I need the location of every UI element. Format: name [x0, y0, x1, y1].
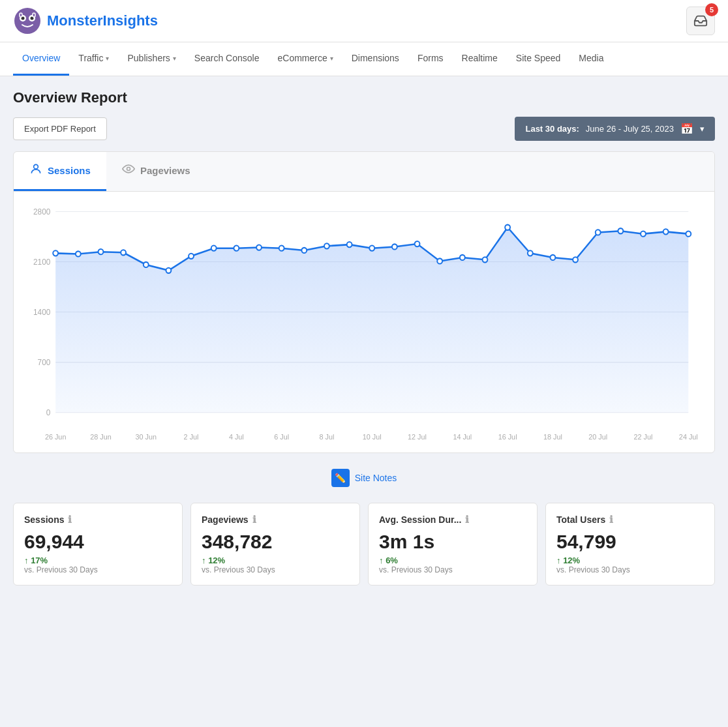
- chevron-down-icon: ▾: [173, 55, 176, 62]
- stat-vs-total-users: vs. Previous 30 Days: [556, 565, 704, 574]
- svg-rect-5: [20, 13, 22, 17]
- stat-label-sessions: Sessions ℹ: [24, 514, 172, 526]
- person-icon: [29, 162, 42, 179]
- stat-card-sessions: Sessions ℹ 69,944 17% vs. Previous 30 Da…: [13, 503, 183, 586]
- toolbar: Export PDF Report Last 30 days: June 26 …: [13, 117, 715, 141]
- svg-text:4 Jul: 4 Jul: [229, 433, 244, 441]
- stat-change-sessions: 17%: [24, 556, 172, 565]
- stat-change-avg-session: 6%: [379, 556, 526, 565]
- svg-text:12 Jul: 12 Jul: [408, 433, 427, 441]
- stat-label-avg-session: Avg. Session Dur... ℹ: [379, 514, 526, 526]
- nav-item-media[interactable]: Media: [569, 42, 613, 76]
- info-icon-sessions[interactable]: ℹ: [68, 514, 72, 526]
- nav-item-site-speed[interactable]: Site Speed: [507, 42, 570, 76]
- svg-text:0: 0: [46, 408, 51, 417]
- svg-point-26: [211, 246, 217, 251]
- svg-text:700: 700: [38, 358, 51, 367]
- chevron-down-icon: ▾: [700, 124, 705, 134]
- svg-point-25: [189, 254, 194, 259]
- svg-text:18 Jul: 18 Jul: [543, 433, 562, 441]
- svg-point-23: [144, 262, 149, 267]
- stat-card-avg-session: Avg. Session Dur... ℹ 3m 1s 6% vs. Previ…: [368, 503, 538, 586]
- sessions-chart: 0700140021002800 26 Jun28 Jun30 Jun2 Jul…: [20, 198, 701, 446]
- svg-point-0: [14, 8, 40, 34]
- svg-point-33: [369, 246, 374, 251]
- nav-item-dimensions[interactable]: Dimensions: [342, 42, 408, 76]
- svg-point-44: [618, 228, 623, 233]
- stat-value-pageviews: 348,782: [202, 531, 349, 553]
- svg-point-35: [415, 241, 420, 246]
- nav-item-ecommerce[interactable]: eCommerce ▾: [268, 42, 342, 76]
- info-icon-total-users[interactable]: ℹ: [609, 514, 613, 526]
- nav-item-traffic[interactable]: Traffic ▾: [69, 42, 118, 76]
- logo-accent: Insights: [103, 12, 158, 29]
- stat-change-pageviews: 12%: [202, 556, 349, 565]
- svg-point-30: [301, 248, 307, 253]
- svg-text:28 Jun: 28 Jun: [90, 433, 111, 441]
- svg-point-37: [460, 255, 465, 260]
- svg-point-40: [528, 250, 533, 256]
- stat-card-pageviews: Pageviews ℹ 348,782 12% vs. Previous 30 …: [190, 503, 360, 586]
- date-range-label: Last 30 days:: [525, 124, 579, 134]
- nav-item-overview[interactable]: Overview: [13, 42, 69, 76]
- svg-text:1400: 1400: [33, 307, 51, 316]
- chevron-down-icon: ▾: [106, 55, 109, 62]
- chart-area: 0700140021002800 26 Jun28 Jun30 Jun2 Jul…: [14, 192, 714, 453]
- nav-item-realtime[interactable]: Realtime: [453, 42, 507, 76]
- main-content: Overview Report Export PDF Report Last 3…: [0, 76, 728, 599]
- stat-label-pageviews: Pageviews ℹ: [202, 514, 349, 526]
- export-pdf-button[interactable]: Export PDF Report: [13, 117, 107, 140]
- stat-vs-pageviews: vs. Previous 30 Days: [202, 565, 349, 574]
- svg-text:2100: 2100: [33, 257, 51, 266]
- stat-label-total-users: Total Users ℹ: [556, 514, 704, 526]
- nav-item-forms[interactable]: Forms: [408, 42, 453, 76]
- svg-point-38: [483, 257, 488, 262]
- calendar-icon: 📅: [680, 123, 693, 135]
- site-notes-area: ✏️ Site Notes: [13, 464, 715, 492]
- svg-point-42: [573, 257, 578, 262]
- notification-button[interactable]: 5: [686, 7, 715, 35]
- page-title: Overview Report: [13, 89, 715, 106]
- svg-point-36: [437, 258, 442, 263]
- svg-point-20: [76, 251, 81, 256]
- svg-point-39: [505, 225, 510, 230]
- header-right: 5: [686, 7, 715, 35]
- tab-sessions[interactable]: Sessions: [14, 152, 106, 191]
- svg-point-29: [279, 246, 284, 251]
- svg-point-24: [166, 268, 171, 273]
- stats-row: Sessions ℹ 69,944 17% vs. Previous 30 Da…: [13, 503, 715, 586]
- svg-text:8 Jul: 8 Jul: [320, 433, 335, 441]
- svg-point-8: [127, 168, 130, 171]
- svg-point-27: [234, 246, 239, 251]
- svg-text:30 Jun: 30 Jun: [136, 433, 157, 441]
- date-range-button[interactable]: Last 30 days: June 26 - July 25, 2023 📅 …: [515, 117, 715, 141]
- svg-text:24 Jul: 24 Jul: [679, 433, 698, 441]
- info-icon-pageviews[interactable]: ℹ: [252, 514, 256, 526]
- info-icon-avg-session[interactable]: ℹ: [465, 514, 469, 526]
- svg-text:10 Jul: 10 Jul: [363, 433, 382, 441]
- svg-point-21: [99, 249, 104, 254]
- chart-tabs: Sessions Pageviews: [14, 152, 714, 192]
- site-notes-button[interactable]: ✏️ Site Notes: [322, 464, 406, 492]
- inbox-icon: [693, 14, 708, 28]
- svg-point-32: [347, 242, 352, 247]
- svg-rect-6: [33, 13, 35, 17]
- stat-vs-sessions: vs. Previous 30 Days: [24, 565, 172, 574]
- nav-item-search-console[interactable]: Search Console: [185, 42, 269, 76]
- notification-badge: 5: [705, 3, 718, 16]
- svg-text:20 Jul: 20 Jul: [588, 433, 607, 441]
- svg-text:2800: 2800: [33, 207, 51, 216]
- chart-card: Sessions Pageviews 0700140021002800 26 J…: [13, 151, 715, 453]
- logo-text: MonsterInsights: [47, 12, 158, 29]
- nav-item-publishers[interactable]: Publishers ▾: [118, 42, 185, 76]
- stat-value-total-users: 54,799: [556, 531, 704, 553]
- pencil-icon: ✏️: [331, 469, 350, 487]
- svg-point-46: [663, 229, 669, 234]
- tab-pageviews-label: Pageviews: [140, 165, 190, 176]
- svg-point-45: [641, 231, 646, 237]
- tab-pageviews[interactable]: Pageviews: [106, 152, 714, 191]
- stat-vs-avg-session: vs. Previous 30 Days: [379, 565, 526, 574]
- svg-point-7: [34, 164, 38, 169]
- svg-point-19: [53, 250, 58, 256]
- stat-value-avg-session: 3m 1s: [379, 531, 526, 553]
